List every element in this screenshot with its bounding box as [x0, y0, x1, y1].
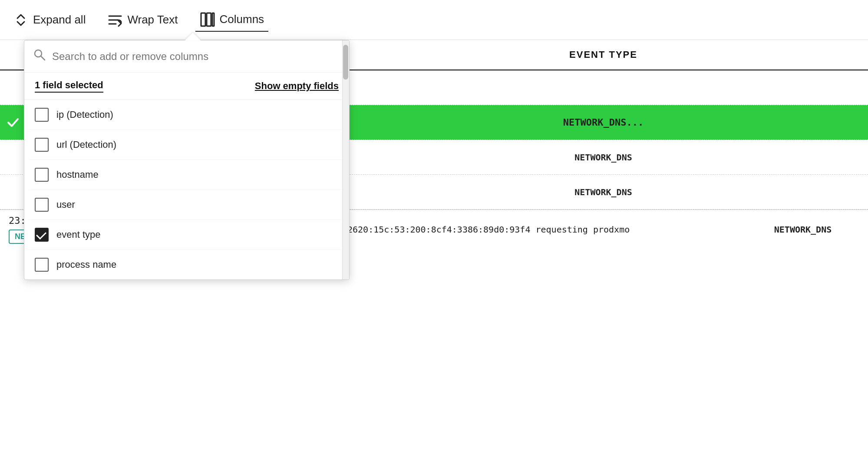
- wrap-text-button[interactable]: Wrap Text: [103, 9, 182, 31]
- checkbox-hostname[interactable]: [35, 168, 49, 182]
- bottom-event-type: NETWORK_DNS: [738, 220, 868, 239]
- checkbox-url[interactable]: [35, 138, 49, 152]
- field-label-ip: ip (Detection): [56, 109, 113, 120]
- field-label-process-name: process name: [56, 259, 116, 270]
- field-item-ip[interactable]: ip (Detection): [29, 100, 345, 130]
- field-label-hostname: hostname: [56, 169, 99, 180]
- event-type-column-header: EVENT TYPE: [339, 40, 868, 70]
- checkbox-process-name[interactable]: [35, 258, 49, 272]
- field-item-hostname[interactable]: hostname: [29, 160, 345, 190]
- field-label-url: url (Detection): [56, 139, 116, 150]
- svg-line-9: [41, 56, 45, 60]
- bottom-row-text: 2620:15c:53:200:8cf4:3386:89d0:93f4 requ…: [339, 220, 738, 239]
- field-count-row: 1 field selected Show empty fields: [24, 73, 349, 100]
- toolbar: Expand all Wrap Text Columns: [0, 0, 868, 40]
- main-area: TIMELINE EVENT TYPE xx219200r0c5--dr-er0…: [0, 40, 868, 459]
- checkbox-user[interactable]: [35, 198, 49, 212]
- row-event-2: NETWORK_DNS...: [339, 113, 868, 132]
- field-list: ip (Detection) url (Detection) hostname …: [24, 100, 349, 279]
- svg-rect-4: [207, 13, 211, 26]
- dropdown-arrow: [185, 33, 201, 40]
- expand-all-label: Expand all: [33, 13, 86, 27]
- wrap-text-label: Wrap Text: [127, 13, 178, 27]
- scrollbar-thumb[interactable]: [343, 45, 348, 80]
- columns-icon: [200, 12, 215, 27]
- checkbox-ip[interactable]: [35, 108, 49, 122]
- dropdown-search-icon: [33, 48, 46, 64]
- field-count-label: 1 field selected: [35, 80, 103, 93]
- row-event-3: NETWORK_DNS: [339, 148, 868, 167]
- row-event-1: [339, 83, 868, 92]
- row-checkbox-2[interactable]: [0, 115, 26, 130]
- columns-search-input[interactable]: [52, 50, 340, 63]
- field-label-user: user: [56, 199, 75, 210]
- field-item-process-name[interactable]: process name: [29, 250, 345, 279]
- wrap-text-icon: [107, 12, 123, 28]
- expand-all-button[interactable]: Expand all: [9, 9, 90, 31]
- svg-rect-5: [212, 13, 214, 26]
- field-label-event-type: event type: [56, 229, 101, 240]
- columns-button[interactable]: Columns: [195, 8, 269, 32]
- scrollbar-track[interactable]: [342, 40, 349, 279]
- field-item-user[interactable]: user: [29, 190, 345, 220]
- expand-all-icon: [13, 12, 29, 28]
- field-item-url[interactable]: url (Detection): [29, 130, 345, 160]
- columns-label: Columns: [220, 13, 264, 26]
- checkbox-event-type[interactable]: [35, 228, 49, 242]
- show-empty-fields-button[interactable]: Show empty fields: [255, 80, 339, 92]
- row-event-4: NETWORK_DNS: [339, 183, 868, 202]
- search-row: [24, 40, 349, 73]
- columns-dropdown: 1 field selected Show empty fields ip (D…: [24, 40, 350, 280]
- svg-rect-3: [201, 13, 205, 26]
- field-item-event-type[interactable]: event type: [29, 220, 345, 250]
